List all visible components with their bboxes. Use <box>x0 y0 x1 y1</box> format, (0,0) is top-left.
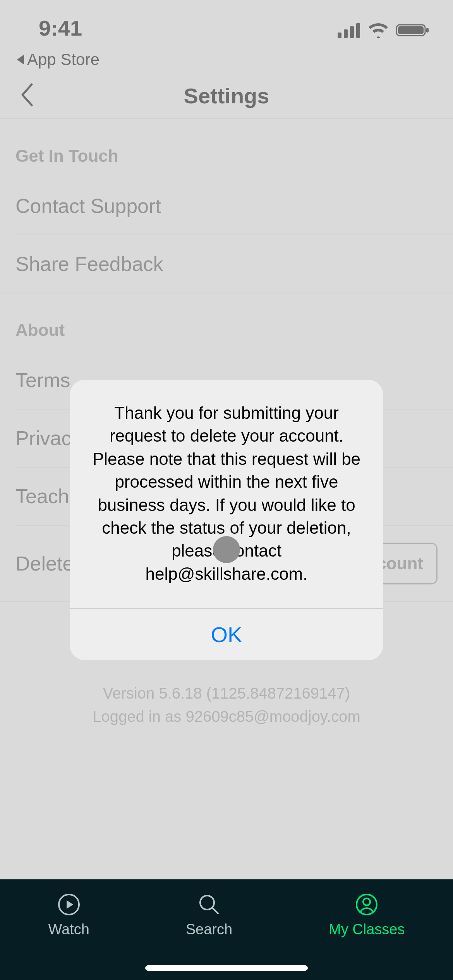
tab-my-classes[interactable]: My Classes <box>329 893 405 938</box>
logged-in-line: Logged in as 92609c85@moodjoy.com <box>0 705 453 728</box>
status-bar: 9:41 <box>0 0 453 50</box>
tab-bar: Watch Search My Classes <box>0 879 453 980</box>
person-circle-icon <box>355 893 378 916</box>
alert-message: Thank you for submitting your request to… <box>70 380 383 609</box>
touch-indicator <box>213 536 240 563</box>
chevron-left-icon <box>19 82 35 108</box>
row-label: Contact Support <box>15 194 161 218</box>
tab-label: My Classes <box>329 921 405 938</box>
back-button[interactable] <box>19 82 35 109</box>
play-circle-icon <box>58 893 80 916</box>
page-header: Settings <box>0 73 453 119</box>
status-icons <box>338 15 430 38</box>
alert-dialog: Thank you for submitting your request to… <box>70 380 383 660</box>
svg-rect-5 <box>398 26 424 34</box>
cellular-icon <box>338 22 361 38</box>
back-triangle-icon <box>15 54 26 65</box>
wifi-icon <box>368 22 389 38</box>
svg-rect-2 <box>350 26 354 38</box>
section-get-in-touch: Get In Touch <box>0 119 453 177</box>
version-line: Version 5.6.18 (1125.84872169147) <box>0 682 453 705</box>
alert-ok-button[interactable]: OK <box>70 609 383 660</box>
back-app-label: App Store <box>27 50 100 69</box>
section-about: About <box>0 293 453 351</box>
row-contact-support[interactable]: Contact Support <box>0 177 453 235</box>
svg-point-11 <box>363 898 370 905</box>
svg-rect-1 <box>344 29 348 38</box>
svg-rect-3 <box>356 23 360 38</box>
tab-watch[interactable]: Watch <box>48 893 89 938</box>
row-label: Teach <box>15 485 69 508</box>
tab-label: Watch <box>48 921 89 938</box>
svg-line-9 <box>213 908 218 913</box>
page-title: Settings <box>184 83 269 108</box>
tab-search[interactable]: Search <box>186 893 232 938</box>
battery-icon <box>396 22 430 38</box>
row-share-feedback[interactable]: Share Feedback <box>0 235 453 293</box>
version-info: Version 5.6.18 (1125.84872169147) Logged… <box>0 674 453 759</box>
svg-rect-0 <box>338 33 341 38</box>
tab-label: Search <box>186 921 232 938</box>
status-time: 9:41 <box>39 15 82 41</box>
row-label: Terms <box>15 368 70 392</box>
row-label: Share Feedback <box>15 252 163 276</box>
home-indicator[interactable] <box>145 965 308 971</box>
search-icon <box>198 893 220 916</box>
svg-rect-6 <box>426 28 429 33</box>
back-to-app[interactable]: App Store <box>0 50 453 73</box>
